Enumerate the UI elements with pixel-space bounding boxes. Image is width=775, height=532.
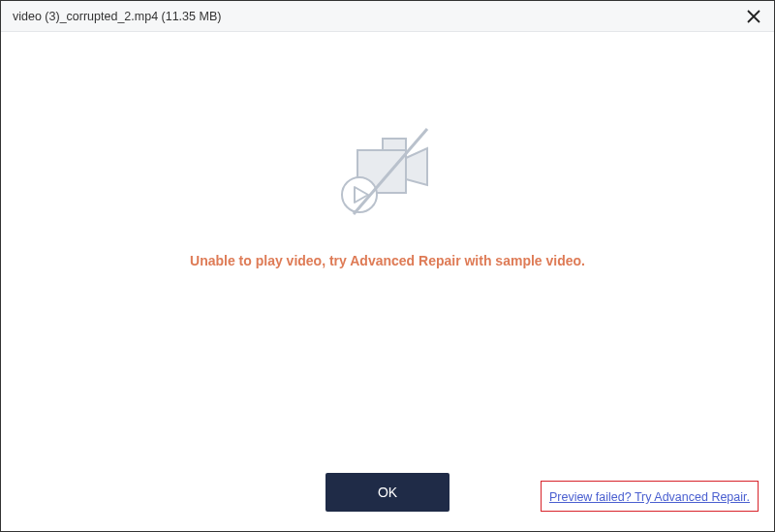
error-message: Unable to play video, try Advanced Repai…: [190, 253, 585, 268]
close-button[interactable]: [743, 6, 764, 27]
dialog-window: video (3)_corrupted_2.mp4 (11.35 MB): [0, 0, 775, 532]
content-area: Unable to play video, try Advanced Repai…: [1, 32, 774, 454]
window-title: video (3)_corrupted_2.mp4 (11.35 MB): [13, 10, 221, 23]
footer: OK Preview failed? Try Advanced Repair.: [1, 454, 774, 531]
advanced-repair-highlight: Preview failed? Try Advanced Repair.: [541, 481, 759, 512]
advanced-repair-link[interactable]: Preview failed? Try Advanced Repair.: [549, 490, 750, 504]
titlebar: video (3)_corrupted_2.mp4 (11.35 MB): [1, 1, 774, 32]
ok-button[interactable]: OK: [326, 473, 450, 512]
close-icon: [747, 10, 760, 23]
broken-video-icon: [325, 119, 450, 226]
svg-rect-1: [383, 139, 406, 150]
